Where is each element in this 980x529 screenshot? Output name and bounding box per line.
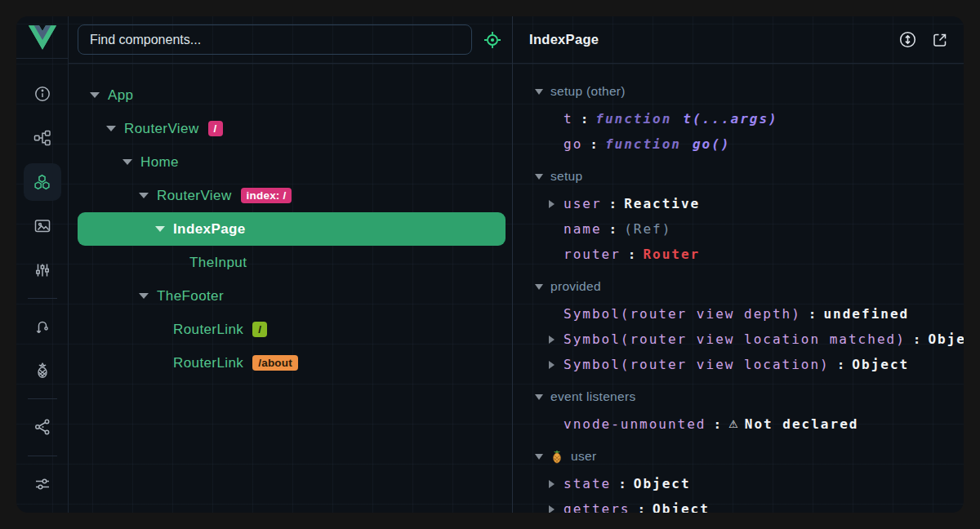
tree-node-indexpage-4[interactable]: IndexPage <box>78 212 506 246</box>
state-key: router <box>564 247 621 262</box>
expander-icon[interactable] <box>549 336 564 344</box>
inspector-body: setup (other)t:functiont(...args)go:func… <box>513 64 964 513</box>
state-value: Object <box>653 501 710 513</box>
router-hook-icon <box>33 318 51 336</box>
expander-icon[interactable] <box>549 505 564 513</box>
search-input[interactable] <box>78 24 472 55</box>
state-row-symbol-router-view-depth-: Symbol(router view depth):undefined <box>513 301 964 327</box>
chevron-down-icon <box>139 293 149 299</box>
sidebar-item-graph[interactable] <box>20 405 65 449</box>
state-row-state[interactable]: state:Object <box>513 471 964 496</box>
pinia-pineapple-icon <box>550 450 564 464</box>
state-section-header[interactable]: setup (other) <box>513 77 964 106</box>
state-row-user[interactable]: user:Reactive <box>513 191 964 216</box>
tree-node-theinput-5[interactable]: TheInput <box>69 246 512 279</box>
section-title: provided <box>550 279 601 294</box>
target-icon <box>482 29 503 51</box>
graph-icon <box>33 418 51 436</box>
colon: : <box>837 357 845 372</box>
open-in-editor-icon <box>931 31 949 49</box>
sidebar-item-overview[interactable] <box>20 72 65 116</box>
function-signature: go() <box>693 136 731 152</box>
sidebar-bottom <box>20 450 65 513</box>
colon: : <box>590 136 598 152</box>
sidebar-item-router[interactable] <box>20 305 65 349</box>
state-section: setupuser:Reactivename: (Ref)router:Rout… <box>513 162 964 267</box>
colon: : <box>618 476 626 491</box>
state-section-header[interactable]: setup <box>513 162 964 191</box>
sidebar-item-components[interactable] <box>20 160 65 204</box>
state-key: t <box>564 111 573 127</box>
component-name: RouterLink <box>173 322 243 338</box>
state-section-header[interactable]: provided <box>513 272 964 301</box>
state-key: state <box>564 476 611 491</box>
state-key: Symbol(router view location matched) <box>564 331 906 347</box>
sidebar-divider <box>28 298 57 299</box>
sidebar-item-pages[interactable] <box>20 116 65 160</box>
section-title: setup <box>550 169 582 184</box>
state-key: Symbol(router view location) <box>564 357 830 372</box>
scroll-to-component-button[interactable] <box>897 29 918 51</box>
chevron-right-icon <box>549 505 555 513</box>
chevron-down-icon <box>139 193 149 198</box>
colon: : <box>581 111 589 127</box>
chevron-right-icon <box>549 361 555 369</box>
sidebar-item-pinia[interactable] <box>20 349 65 393</box>
state-section: setup (other)t:functiont(...args)go:func… <box>513 77 964 157</box>
chevron-down-icon <box>535 394 543 400</box>
inspector-actions <box>897 29 951 51</box>
tree-node-routerlink-7[interactable]: RouterLink/ <box>69 313 512 346</box>
expander-icon[interactable] <box>139 193 157 198</box>
expander-icon[interactable] <box>139 293 157 299</box>
chevron-down-icon <box>535 174 543 180</box>
components-icon <box>33 173 51 192</box>
expander-icon[interactable] <box>122 159 140 165</box>
sidebar-item-assets[interactable] <box>20 204 65 248</box>
expander-icon[interactable] <box>155 226 173 232</box>
scroll-to-component-icon <box>898 30 917 49</box>
vue-logo <box>16 16 68 59</box>
route-badge: /about <box>252 355 298 371</box>
state-key: vnode-unmounted <box>564 416 706 432</box>
tree-node-home-2[interactable]: Home <box>69 145 512 179</box>
component-name: IndexPage <box>173 221 246 238</box>
pinia-icon <box>33 362 51 380</box>
warning-icon: ⚠ <box>728 418 738 430</box>
chevron-down-icon <box>106 126 116 131</box>
tree-node-app-0[interactable]: App <box>69 78 512 112</box>
state-section-header[interactable]: event listeners <box>513 382 964 411</box>
state-section-header[interactable]: user <box>513 442 964 471</box>
settings-tune-icon <box>33 475 51 493</box>
tree-node-routerview-1[interactable]: RouterView/ <box>69 112 512 145</box>
tree-node-routerlink-8[interactable]: RouterLink/about <box>69 346 512 380</box>
open-in-editor-button[interactable] <box>929 29 951 51</box>
sidebar-divider <box>28 456 57 456</box>
expander-icon[interactable] <box>549 361 564 369</box>
component-name: RouterLink <box>173 355 243 371</box>
state-value: Object <box>928 331 964 347</box>
select-component-button[interactable] <box>479 26 506 54</box>
sidebar-item-settings[interactable] <box>20 462 65 506</box>
function-keyword: function <box>605 136 681 152</box>
tree-node-thefooter-6[interactable]: TheFooter <box>69 279 512 313</box>
inspector-panel: IndexPage setup (other)t:functiont(...ar… <box>513 16 964 513</box>
chevron-right-icon <box>549 336 555 344</box>
state-value: Router <box>643 247 700 262</box>
state-value: Object <box>852 357 909 372</box>
expander-icon[interactable] <box>549 480 564 488</box>
sidebar-item-timeline[interactable] <box>20 248 65 292</box>
state-row-symbol-router-view-location-matched-[interactable]: Symbol(router view location matched):Obj… <box>513 327 964 352</box>
colon: : <box>808 306 817 322</box>
tree-node-routerview-3[interactable]: RouterViewindex: / <box>69 179 512 212</box>
function-keyword: function <box>595 111 671 127</box>
state-row-getters[interactable]: getters:Object <box>513 496 964 513</box>
state-row-symbol-router-view-location-[interactable]: Symbol(router view location):Object <box>513 352 964 377</box>
chevron-down-icon <box>90 92 100 98</box>
state-value: (Ref) <box>624 221 671 237</box>
expander-icon[interactable] <box>549 200 564 208</box>
expander-icon[interactable] <box>106 126 124 131</box>
component-name: TheInput <box>189 255 247 271</box>
state-value: undefined <box>823 306 909 322</box>
expander-icon[interactable] <box>90 92 108 98</box>
section-title: user <box>571 449 596 464</box>
